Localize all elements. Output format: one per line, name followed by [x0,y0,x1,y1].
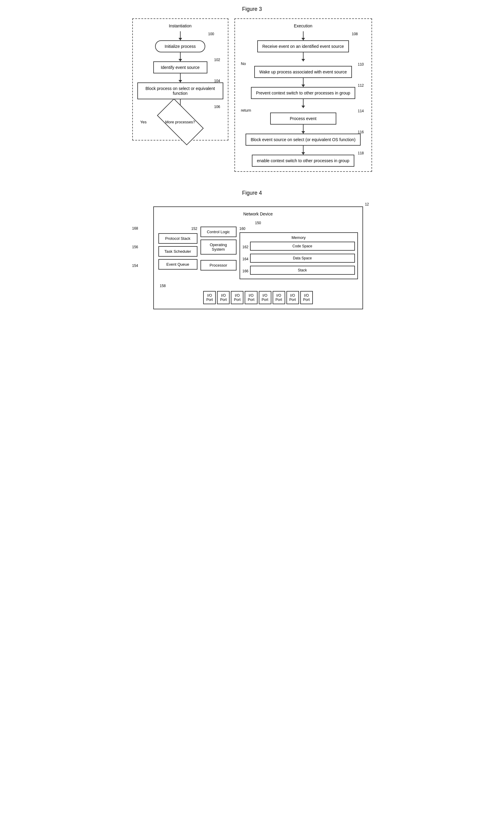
io-port-8: I/OPort [300,291,313,304]
return-label-wrapper: return [240,108,367,112]
network-device-wrapper: Network Device 150 152 Protocol Stack Ta… [144,206,372,309]
ref-150: 150 [158,221,358,225]
block-event-source: Block event source on select (or equival… [246,134,361,146]
figure4-title: Figure 4 [132,190,372,196]
control-logic-box: Control Logic [200,227,236,237]
identify-event-source: Identify event source [153,61,207,73]
processor-box: Processor [200,260,236,270]
arrow-init [180,52,180,61]
execution-label: Execution [240,24,367,28]
arrow-process [303,125,304,134]
io-port-5: I/OPort [259,291,271,304]
arrow-108 [303,31,304,40]
arrow-identify [180,73,180,82]
io-port-6: I/OPort [273,291,285,304]
arrow-receive [303,52,304,61]
fig4-inner: 152 Protocol Stack Task Scheduler Event … [158,227,358,279]
memory-outer: Memory 162 Code Space 164 Data Space [240,232,358,279]
io-section: 158 I/OPort I/OPort I/OPort I/OPort I/OP… [158,284,358,304]
block-process: Block process on select or equivalent fu… [137,82,223,99]
left-stack: 152 Protocol Stack Task Scheduler Event … [158,227,197,269]
arrow-100 [180,31,180,40]
ref-102: 102 [214,58,220,62]
ref-118: 118 [358,151,364,155]
yes-label: Yes [140,120,147,124]
more-processes-text: More processes? [156,108,204,135]
code-space-row: 162 Code Space [243,242,355,252]
ref-158: 158 [160,284,358,288]
enable-context: enable context switch to other processes… [252,155,354,167]
ref-100: 100 [208,32,214,36]
data-space-box: Data Space [250,254,355,263]
stack-row: 166 Stack [243,266,355,276]
ref-114: 114 [358,109,364,113]
return-label: return [241,108,251,112]
ref-12: 12 [132,202,369,206]
event-queue-box: Event Queue [158,259,197,269]
io-port-7: I/OPort [286,291,299,304]
io-port-1: I/OPort [203,291,216,304]
io-port-4: I/OPort [245,291,257,304]
ref-154: 154 [132,264,138,268]
figure3-title: Figure 3 [132,6,372,12]
prevent-context: Prevent context switch to other processe… [251,87,356,99]
ref-110: 110 [358,62,364,67]
receive-event: Receive event on an identified event sou… [257,40,349,52]
network-device-label: Network Device [158,211,358,216]
io-ports-row: I/OPort I/OPort I/OPort I/OPort I/OPort … [158,291,358,304]
instantiation-flow: 100 Initialize process 102 Identify even… [137,31,223,135]
protocol-stack-box: Protocol Stack [158,233,197,244]
ref-104: 104 [214,79,220,83]
ref-116: 116 [358,130,364,134]
ref-166: 166 [243,269,249,273]
ref-156: 156 [132,245,138,249]
memory-items: 162 Code Space 164 Data Space 166 Stack [243,242,355,276]
execution-flow: 108 Receive event on an identified event… [240,31,367,167]
memory-label: Memory [243,235,355,240]
operating-system-box: Operating System [200,239,236,255]
no-label-wrapper: No [240,61,367,66]
ref-164: 164 [243,257,249,261]
data-space-row: 164 Data Space [243,254,355,264]
more-processes-diamond: More processes? [156,108,204,135]
center-stack: Control Logic Operating System Processor [200,227,236,270]
ref-112: 112 [358,83,364,87]
stack-box: Stack [250,266,355,275]
ref-162: 162 [243,245,249,249]
ref-152-label: 152 [158,227,197,231]
no-label: No [241,61,246,66]
wake-up: Wake up process associated with event so… [254,66,352,78]
left-refs: 168 156 154 [132,226,138,268]
arrow-prevent [303,99,304,108]
right-refs: 160 [240,227,358,231]
figure4-outer: 12 168 156 154 Network Device 150 152 Pr… [132,202,372,309]
figure3-container: Instantiation 100 Initialize process 102… [132,18,372,172]
instantiation-label: Instantiation [137,24,223,28]
instantiation-panel: Instantiation 100 Initialize process 102… [132,18,228,140]
ref-108: 108 [352,32,358,36]
task-scheduler-box: Task Scheduler [158,246,197,257]
arrow-wake [303,78,304,87]
ref-168: 168 [132,226,138,231]
ref-160: 160 [240,227,358,231]
code-space-box: Code Space [250,242,355,251]
io-port-3: I/OPort [231,291,244,304]
arrow-100-wrapper: 100 [137,31,223,40]
arrow-108-wrapper: 108 [240,31,367,40]
execution-panel: Execution 108 Receive event on an identi… [234,18,372,172]
right-memory: 160 Memory 162 Code Space 164 Data Space [240,227,358,279]
diamond-wrapper: Yes More processes? [137,108,223,135]
arrow-block-event [303,146,304,155]
network-device-box: Network Device 150 152 Protocol Stack Ta… [153,206,363,309]
process-event: Process event [270,112,336,125]
io-port-2: I/OPort [217,291,230,304]
initialize-process: Initialize process [155,40,205,52]
